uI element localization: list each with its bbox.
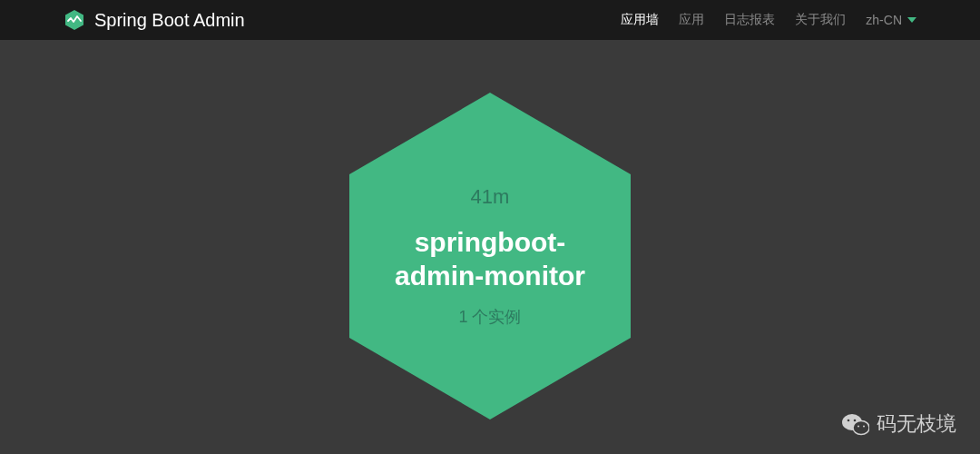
application-name: springboot- admin-monitor [395,225,585,293]
svg-point-5 [848,419,850,422]
navbar: Spring Boot Admin 应用墙 应用 日志报表 关于我们 zh-CN [0,0,980,40]
navbar-brand[interactable]: Spring Boot Admin [64,9,245,31]
language-label: zh-CN [866,13,902,27]
wallboard-main: 41m springboot- admin-monitor 1 个实例 [0,40,980,454]
watermark-text: 码无枝境 [877,410,956,438]
application-uptime: 41m [471,185,510,209]
chevron-down-icon [907,17,916,23]
nav-item-about[interactable]: 关于我们 [795,12,846,28]
brand-title: Spring Boot Admin [94,10,245,31]
application-card-content: 41m springboot- admin-monitor 1 个实例 [395,185,585,328]
navbar-right: 应用墙 应用 日志报表 关于我们 zh-CN [621,12,962,28]
svg-point-8 [863,426,865,428]
watermark: 码无枝境 [842,410,956,438]
language-selector[interactable]: zh-CN [866,13,916,27]
nav-item-wallboard[interactable]: 应用墙 [621,12,659,28]
svg-point-7 [858,426,859,428]
application-card[interactable]: 41m springboot- admin-monitor 1 个实例 [345,88,635,424]
logo-icon [64,9,85,31]
nav-item-journal[interactable]: 日志报表 [724,12,775,28]
svg-point-6 [854,419,857,422]
application-instance-count: 1 个实例 [458,306,521,328]
wechat-icon [842,412,869,436]
nav-item-applications[interactable]: 应用 [679,12,704,28]
